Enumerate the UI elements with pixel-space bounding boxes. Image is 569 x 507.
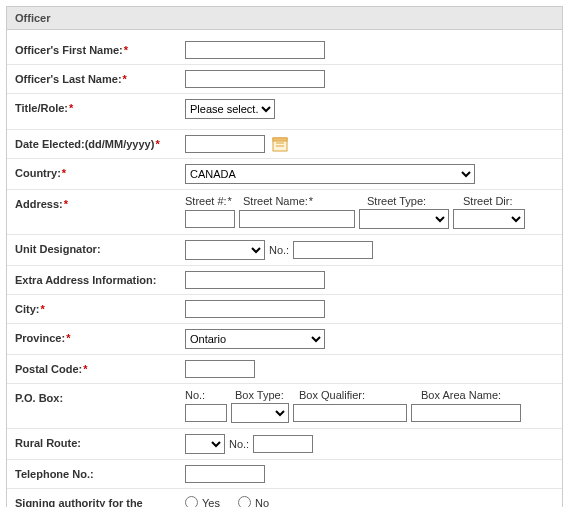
sublabel-unit-no: No.: xyxy=(269,244,289,256)
label-po-box: P.O. Box: xyxy=(15,389,185,404)
sublabel-box-area-name: Box Area Name: xyxy=(421,389,521,401)
req-marker: * xyxy=(123,73,127,85)
label-city: City:* xyxy=(15,300,185,315)
extra-address-input[interactable] xyxy=(185,271,325,289)
sublabel-rural-no: No.: xyxy=(229,438,249,450)
label-rural-route: Rural Route: xyxy=(15,434,185,449)
last-name-input[interactable] xyxy=(185,70,325,88)
street-type-select[interactable] xyxy=(359,209,449,229)
label-signing-authority: Signing authority for the corporation:* xyxy=(15,494,185,507)
label-postal-code-text: Postal Code: xyxy=(15,363,82,375)
row-country: Country:* CANADA xyxy=(7,159,562,190)
label-first-name: Officer's First Name:* xyxy=(15,41,185,56)
req-marker: * xyxy=(69,102,73,114)
label-address: Address:* xyxy=(15,195,185,210)
telephone-input[interactable] xyxy=(185,465,265,483)
rural-no-input[interactable] xyxy=(253,435,313,453)
sublabel-box-type: Box Type: xyxy=(235,389,295,401)
label-city-text: City: xyxy=(15,303,39,315)
signing-no-label[interactable]: No xyxy=(238,496,269,507)
label-last-name: Officer's Last Name:* xyxy=(15,70,185,85)
req-marker: * xyxy=(124,44,128,56)
calendar-icon[interactable] xyxy=(272,136,288,152)
sublabel-box-qualifier: Box Qualifier: xyxy=(299,389,417,401)
date-elected-input[interactable] xyxy=(185,135,265,153)
label-country-text: Country: xyxy=(15,167,61,179)
sublabel-street-dir: Street Dir: xyxy=(463,195,533,207)
label-signing-authority-text: Signing authority for the corporation: xyxy=(15,497,143,507)
street-dir-select[interactable] xyxy=(453,209,525,229)
req-marker: * xyxy=(155,138,159,150)
req-marker: * xyxy=(66,332,70,344)
label-province: Province:* xyxy=(15,329,185,344)
label-postal-code: Postal Code:* xyxy=(15,360,185,375)
city-input[interactable] xyxy=(185,300,325,318)
row-address: Address:* Street #:* Street Name:* Stree… xyxy=(7,190,562,235)
req-marker: * xyxy=(62,167,66,179)
row-postal-code: Postal Code:* xyxy=(7,355,562,384)
sublabel-street-no: Street #:* xyxy=(185,195,239,207)
label-address-text: Address: xyxy=(15,198,63,210)
sublabel-street-type: Street Type: xyxy=(367,195,459,207)
label-extra-address: Extra Address Information: xyxy=(15,271,185,286)
row-unit-designator: Unit Designator: No.: xyxy=(7,235,562,266)
svg-rect-1 xyxy=(273,138,287,141)
signing-yes-label[interactable]: Yes xyxy=(185,496,220,507)
row-province: Province:* Ontario xyxy=(7,324,562,355)
req-marker: * xyxy=(83,363,87,375)
first-name-input[interactable] xyxy=(185,41,325,59)
label-date-elected-text: Date Elected:(dd/MM/yyyy) xyxy=(15,138,154,150)
province-select[interactable]: Ontario xyxy=(185,329,325,349)
country-select[interactable]: CANADA xyxy=(185,164,475,184)
row-telephone: Telephone No.: xyxy=(7,460,562,489)
postal-code-input[interactable] xyxy=(185,360,255,378)
signing-no-radio[interactable] xyxy=(238,496,251,507)
row-extra-address: Extra Address Information: xyxy=(7,266,562,295)
row-signing-authority: Signing authority for the corporation:* … xyxy=(7,489,562,507)
officer-panel: Officer Officer's First Name:* Officer's… xyxy=(6,6,563,507)
street-name-input[interactable] xyxy=(239,210,355,228)
label-country: Country:* xyxy=(15,164,185,179)
panel-title: Officer xyxy=(7,7,562,30)
sublabel-street-name: Street Name:* xyxy=(243,195,363,207)
row-po-box: P.O. Box: No.: Box Type: Box Qualifier: … xyxy=(7,384,562,429)
label-date-elected: Date Elected:(dd/MM/yyyy)* xyxy=(15,135,185,150)
req-marker: * xyxy=(64,198,68,210)
row-city: City:* xyxy=(7,295,562,324)
label-title-role-text: Title/Role: xyxy=(15,102,68,114)
row-title-role: Title/Role:* Please select... xyxy=(7,94,562,130)
po-no-input[interactable] xyxy=(185,404,227,422)
row-date-elected: Date Elected:(dd/MM/yyyy)* xyxy=(7,130,562,159)
unit-no-input[interactable] xyxy=(293,241,373,259)
label-first-name-text: Officer's First Name: xyxy=(15,44,123,56)
req-marker: * xyxy=(40,303,44,315)
label-unit-designator: Unit Designator: xyxy=(15,240,185,255)
po-box-type-select[interactable] xyxy=(231,403,289,423)
signing-yes-radio[interactable] xyxy=(185,496,198,507)
po-box-area-name-input[interactable] xyxy=(411,404,521,422)
row-first-name: Officer's First Name:* xyxy=(7,36,562,65)
street-no-input[interactable] xyxy=(185,210,235,228)
row-last-name: Officer's Last Name:* xyxy=(7,65,562,94)
sublabel-po-no: No.: xyxy=(185,389,231,401)
title-role-select[interactable]: Please select... xyxy=(185,99,275,119)
po-box-qualifier-input[interactable] xyxy=(293,404,407,422)
unit-designator-select[interactable] xyxy=(185,240,265,260)
form-body: Officer's First Name:* Officer's Last Na… xyxy=(7,30,562,507)
row-rural-route: Rural Route: No.: xyxy=(7,429,562,460)
rural-route-select[interactable] xyxy=(185,434,225,454)
label-title-role: Title/Role:* xyxy=(15,99,185,114)
label-province-text: Province: xyxy=(15,332,65,344)
label-telephone: Telephone No.: xyxy=(15,465,185,480)
label-last-name-text: Officer's Last Name: xyxy=(15,73,122,85)
